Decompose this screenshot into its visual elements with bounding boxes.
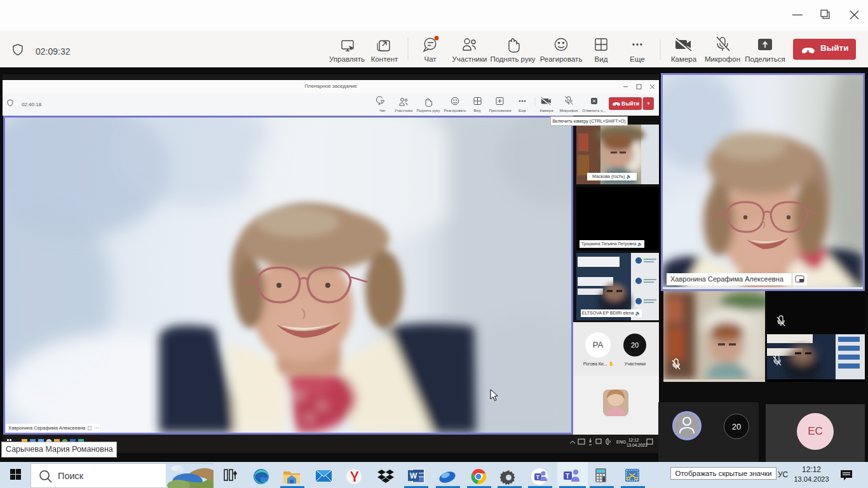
svg-text:12:12: 12:12 bbox=[628, 438, 639, 442]
svg-text:ENG: ENG bbox=[616, 440, 626, 444]
svg-text:13.04.2023: 13.04.2023 bbox=[627, 443, 648, 447]
svg-text:W: W bbox=[410, 471, 417, 480]
svg-text:T: T bbox=[566, 473, 569, 480]
svg-text:T: T bbox=[536, 474, 540, 480]
